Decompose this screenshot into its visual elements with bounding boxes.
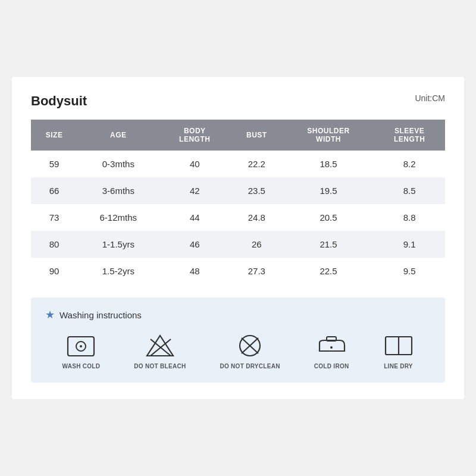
col-shoulder-width: SHOULDERWIDTH [283, 120, 374, 151]
size-chart-card: Bodysuit Unit:CM SIZE AGE BODYLENGTH BUS… [12, 77, 464, 399]
unit-label: Unit:CM [415, 93, 445, 103]
card-title: Bodysuit [31, 93, 87, 109]
washing-icons-row: WASH COLD DO NOT BLEACH [45, 333, 431, 369]
do-not-bleach-icon [145, 333, 176, 358]
wash-cold-label: WASH COLD [62, 363, 100, 369]
table-row: 590-3mths4022.218.58.2 [31, 151, 445, 177]
col-age: AGE [77, 120, 159, 151]
line-dry-icon [383, 333, 414, 358]
do-not-dryclean-item: DO NOT DRYCLEAN [220, 333, 280, 369]
svg-point-2 [80, 345, 82, 347]
do-not-bleach-item: DO NOT BLEACH [134, 333, 186, 369]
washing-title: ★ Washing instructions [45, 308, 431, 321]
line-dry-item: LINE DRY [383, 333, 414, 369]
table-row: 663-6mths4223.519.58.5 [31, 177, 445, 204]
svg-point-10 [330, 346, 333, 349]
col-bust: BUST [230, 120, 283, 151]
col-size: SIZE [31, 120, 77, 151]
svg-marker-3 [147, 336, 173, 356]
cold-iron-label: COLD IRON [314, 363, 349, 369]
cold-iron-item: COLD IRON [314, 333, 349, 369]
col-sleeve-length: SLEEVELENGTH [374, 120, 445, 151]
table-header-row: SIZE AGE BODYLENGTH BUST SHOULDERWIDTH S… [31, 120, 445, 151]
washing-section: ★ Washing instructions WASH COLD [31, 298, 445, 383]
col-body-length: BODYLENGTH [159, 120, 230, 151]
size-table: SIZE AGE BODYLENGTH BUST SHOULDERWIDTH S… [31, 120, 445, 284]
wash-cold-item: WASH COLD [62, 333, 100, 369]
table-row: 901.5-2yrs4827.322.59.5 [31, 258, 445, 284]
card-header: Bodysuit Unit:CM [31, 93, 445, 109]
wash-cold-icon [65, 333, 96, 358]
line-dry-label: LINE DRY [384, 363, 413, 369]
washing-title-text: Washing instructions [60, 310, 142, 320]
star-icon: ★ [45, 308, 55, 321]
cold-iron-icon [316, 333, 347, 358]
do-not-dryclean-label: DO NOT DRYCLEAN [220, 363, 280, 369]
table-row: 736-12mths4424.820.58.8 [31, 204, 445, 231]
table-row: 801-1.5yrs462621.59.1 [31, 231, 445, 258]
do-not-dryclean-icon [234, 333, 265, 358]
do-not-bleach-label: DO NOT BLEACH [134, 363, 186, 369]
